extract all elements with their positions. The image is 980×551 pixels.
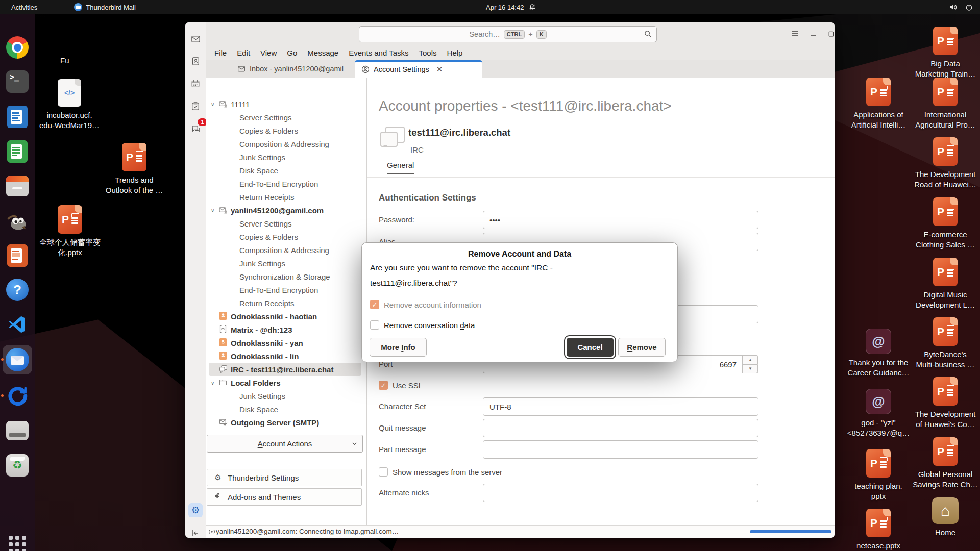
tree-item-composition-addressing[interactable]: Composition & Addressing [206,243,366,257]
desktop-icon-file[interactable]: PE-commerce Clothing Sales … [904,197,980,250]
desktop-icon-file[interactable]: </>incubator.ucf. edu-WedMar19… [29,79,110,131]
desktop-icon-file[interactable]: PTrends and Outlook of the … [93,143,175,195]
desktop-icon-file[interactable]: PInternational Agricultural Pro… [904,78,980,130]
dock-item-trash-icon[interactable]: ♻ [5,453,30,478]
part-message-input[interactable] [483,440,758,459]
use-ssl-checkbox[interactable]: ✓Use SSL [379,381,423,390]
show-applications-button[interactable] [9,536,26,551]
desktop-icon-file[interactable]: PGlobal Personal Savings Rate Ch… [904,437,980,490]
dock-item-libreoffice-impress-icon[interactable] [5,243,30,268]
chevron-expanded-icon[interactable]: ∨ [211,102,217,107]
tree-item-local-folders[interactable]: ∨Local Folders [206,376,366,389]
desktop-icon-file[interactable]: PThe Development Road of Huawei… [904,137,980,190]
cancel-button[interactable]: Cancel [567,338,614,357]
tree-item-outgoing-server-smtp-[interactable]: Outgoing Server (SMTP) [206,416,366,429]
thunderbird-settings-button[interactable]: ⚙ Thunderbird Settings [207,469,362,486]
activities-button[interactable]: Activities [11,4,37,11]
tree-item-odnoklassniki-lin[interactable]: Odnoklassniki - lin [206,349,366,363]
space-calendar-icon[interactable] [188,77,203,91]
desktop-icon-file[interactable]: PDigital Music Development L… [904,258,980,310]
quit-message-input[interactable] [483,419,758,437]
tree-item-disk-space[interactable]: Disk Space [206,403,366,416]
more-info-button[interactable]: More Info [370,338,427,357]
tree-item-server-settings[interactable]: Server Settings [206,111,366,124]
tree-item-matrix-dh-123[interactable]: Matrix - @dh:123 [206,323,366,336]
tree-item-copies-folders[interactable]: Copies & Folders [206,124,366,137]
menu-edit[interactable]: Edit [232,47,255,59]
menu-view[interactable]: View [255,47,282,59]
dock-item-boxes-icon[interactable] [5,418,30,443]
dock-item-help-icon[interactable]: ? [5,278,30,302]
tree-item-11111[interactable]: ∨11111 [206,97,366,111]
tree-item-junk-settings[interactable]: Junk Settings [206,257,366,270]
chevron-expanded-icon[interactable]: ∨ [211,380,217,386]
maximize-button[interactable] [826,29,835,39]
chevron-expanded-icon[interactable]: ∨ [211,208,217,213]
number-spinner[interactable]: ▲▼ [742,355,758,373]
tab-close-icon[interactable]: ✕ [436,65,443,74]
tree-item-end-to-end-encryption[interactable]: End-To-End Encryption [206,283,366,296]
menu-go[interactable]: Go [282,47,302,59]
desktop-icon-file[interactable]: P全球个人储蓄率变 化.pptx [29,205,111,258]
remove-button[interactable]: Remove [618,338,666,357]
addons-themes-button[interactable]: Add-ons and Themes [207,488,362,506]
tree-item-copies-folders[interactable]: Copies & Folders [206,230,366,243]
app-indicator[interactable]: Thunderbird Mail [74,3,136,11]
window-titlebar[interactable]: Search… CTRL + K [206,22,835,45]
tab-inbox-yanlin451200-gamil-[interactable]: Inbox - yanlin451200@gamil. [231,60,355,78]
desktop-icon-file[interactable]: PBig Data Marketing Train… [904,27,980,79]
desktop-icon-home[interactable]: ⌂Home [904,497,980,538]
space-address-book-icon[interactable] [188,54,203,68]
global-search-input[interactable]: Search… CTRL + K [359,26,657,42]
menu-message[interactable]: Message [302,47,344,59]
character-set-input[interactable]: UTF-8 [483,397,758,416]
space-mail-icon[interactable] [188,32,203,46]
power-icon[interactable] [965,4,973,11]
tree-item-junk-settings[interactable]: Junk Settings [206,389,366,403]
remove-conversation-data-checkbox[interactable]: Remove conversation data [370,320,475,330]
tree-item-composition-addressing[interactable]: Composition & Addressing [206,137,366,151]
dock-item-gimp-icon[interactable] [5,209,30,233]
dock-item-thunderbird-icon[interactable] [5,347,30,372]
app-menu-button[interactable] [790,29,800,39]
desktop-icon-file[interactable]: PThe Development of Huawei's Co… [904,377,980,430]
show-messages-from-the-server-checkbox[interactable]: Show messages from the server [379,467,502,477]
dock-item-files-icon[interactable] [5,174,30,198]
desktop-label-fragment[interactable]: Fu [60,56,69,65]
menu-events-and-tasks[interactable]: Events and Tasks [344,47,413,59]
dock-item-terminal-icon[interactable]: >_ [5,69,30,94]
dock-item-vscode-icon[interactable] [5,312,30,337]
minimize-button[interactable] [808,29,818,39]
tab-account-settings[interactable]: Account Settings✕ [355,60,482,78]
dock-item-libreoffice-writer-icon[interactable] [5,105,30,129]
tree-item-server-settings[interactable]: Server Settings [206,217,366,230]
tree-item-irc-test111-irc-libera-chat[interactable]: IRC - test111@irc.libera.chat [206,363,366,376]
password-input[interactable]: •••• [483,211,758,229]
space-collapse-button[interactable] [188,526,203,538]
tab-general[interactable]: General [387,161,414,174]
tree-item-odnoklassniki-yan[interactable]: Odnoklassniki - yan [206,336,366,349]
menu-file[interactable]: File [209,47,232,59]
clock-menu[interactable]: Apr 16 14:42 [486,4,536,11]
tree-item-disk-space[interactable]: Disk Space [206,164,366,177]
dock-item-libreoffice-calc-icon[interactable] [5,139,30,164]
account-actions-button[interactable]: Account Actions [207,435,363,453]
remove-account-information-checkbox[interactable]: ✓ Remove account information [370,300,481,309]
menu-help[interactable]: Help [442,47,468,59]
space-tasks-icon[interactable] [188,99,203,113]
dock-item-software-updater-icon[interactable] [5,384,30,408]
space-chat-icon[interactable]: 1 [188,121,203,136]
dock-item-chrome-icon[interactable] [5,35,30,60]
tree-item-synchronization-storage[interactable]: Synchronization & Storage [206,270,366,283]
tree-item-junk-settings[interactable]: Junk Settings [206,151,366,164]
tree-item-yanlin451200-gamil-com[interactable]: ∨yanlin451200@gamil.com [206,204,366,217]
menu-tools[interactable]: Tools [414,47,442,59]
desktop-icon-file[interactable]: PByteDance's Multi-business … [904,317,980,370]
tree-item-return-receipts[interactable]: Return Receipts [206,190,366,204]
tree-item-return-receipts[interactable]: Return Receipts [206,296,366,310]
space-settings-icon[interactable]: ⚙ [188,503,203,517]
volume-icon[interactable] [949,3,957,11]
tree-item-odnoklassniki-haotian[interactable]: Odnoklassniki - haotian [206,310,366,323]
alternate-nicks-input[interactable] [483,484,758,502]
tree-item-end-to-end-encryption[interactable]: End-To-End Encryption [206,177,366,190]
